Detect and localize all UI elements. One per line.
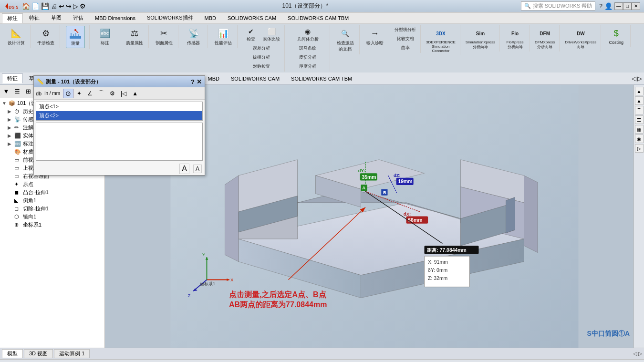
measure-item-1[interactable]: 顶点<1>: [36, 102, 202, 111]
measure-empty-area: [36, 123, 203, 161]
font-small-btn[interactable]: A: [193, 165, 202, 173]
restore-btn[interactable]: □: [623, 2, 632, 10]
tab-sw-cam-tbm[interactable]: SOLIDWORKS CAM TBM: [282, 14, 354, 22]
measure-options-btn[interactable]: ⚙: [107, 89, 117, 98]
filter-icon[interactable]: ▼: [1, 86, 11, 97]
btn-dfmxpress[interactable]: DFM DFMXpress分析向导: [533, 26, 556, 51]
mass-props-icon: ⚖: [128, 27, 141, 40]
tree-origin[interactable]: ✦ 原点: [1, 180, 104, 188]
measure-prev-btn[interactable]: |◁: [118, 89, 129, 98]
btn-annotation[interactable]: 🔤 标注: [95, 26, 114, 47]
close-btn[interactable]: ✕: [632, 2, 640, 10]
measure-dialog-icon: 📏: [37, 78, 44, 85]
minimize-btn[interactable]: —: [614, 2, 623, 10]
group-dfmxpress: DFM DFMXpress分析向导: [530, 25, 560, 52]
btn-measure[interactable]: 测量: [66, 26, 85, 48]
tab-3d-view[interactable]: 3D 视图: [24, 349, 53, 358]
btn-sym-check[interactable]: 对称检查: [242, 62, 280, 71]
svg-text:坐标系1: 坐标系1: [200, 281, 215, 286]
measure-item-2[interactable]: 顶点<2>: [36, 111, 202, 120]
group-interference: ⚙ 干涉检查: [31, 25, 60, 48]
measure-dialog: 📏 测量 - 101（设变部分） ? ✕ db in / mm ⊙ ✦ ∠ ⌒ …: [33, 75, 205, 176]
search-box[interactable]: 🔍 搜索 SOLIDWORKS 帮助: [521, 1, 596, 10]
user-icon[interactable]: 👤: [604, 2, 613, 10]
right-panel-btn-3[interactable]: T: [635, 106, 644, 114]
measure-angle-btn[interactable]: ∠: [85, 89, 95, 98]
tree-chamfer1[interactable]: ◣ 倒角1: [1, 197, 104, 205]
btn-curvature[interactable]: 曲率: [396, 44, 415, 52]
btn-floxpress[interactable]: Flo FloXpress分析向导: [505, 26, 525, 51]
btn-geom-analysis[interactable]: ◉ 几何体分析: [296, 26, 320, 43]
btn-interference[interactable]: ⚙ 干涉检查: [36, 26, 56, 47]
right-panel-btn-1[interactable]: ▲: [635, 87, 644, 95]
btn-error-analysis[interactable]: 误差分析: [242, 44, 280, 52]
tab-tezheng[interactable]: 特征: [24, 13, 45, 23]
viewport-control-2[interactable]: ▷: [637, 75, 642, 82]
tree-coord-sys1[interactable]: ⊕ 坐标系1: [1, 221, 104, 229]
tab-sw-cam-tbm2[interactable]: SOLIDWORKS CAM TBM: [286, 74, 357, 83]
svg-text:Z: Z: [188, 293, 191, 298]
dialog-help-btn[interactable]: ?: [191, 78, 195, 85]
btn-simulationxpress[interactable]: Sim SimulationXpress分析向导: [464, 26, 497, 51]
expand-all-btn[interactable]: ⊞: [23, 86, 33, 97]
tab-sw-cam[interactable]: SOLIDWORKS CAM: [222, 14, 281, 22]
toolbar-icons: 🏠 📄 💾 🖨 ↩ ↪ ▷ ⚙: [22, 2, 86, 10]
btn-design-calc[interactable]: 📐 设计计算: [6, 26, 26, 47]
btn-activate-check[interactable]: 🔍 检查激活的文档: [335, 26, 355, 53]
tab-features[interactable]: 特征: [2, 73, 23, 83]
tree-cut-extrude1[interactable]: ◻ 切除-拉伸1: [1, 205, 104, 213]
group-3dexperience: 3DX 3DEXPERIENCESimulationConnector: [422, 25, 460, 55]
measure-line-btn[interactable]: ✦: [74, 89, 84, 98]
group-section-props: ✂ 剖面属性: [150, 25, 178, 48]
3dexperience-icon: 3DX: [434, 27, 447, 40]
dialog-close-btn[interactable]: ✕: [197, 78, 202, 85]
btn-section-props[interactable]: ✂ 剖面属性: [154, 26, 174, 47]
btn-3dexperience[interactable]: 3DX 3DEXPERIENCESimulationConnector: [425, 26, 457, 54]
btn-perf-eval[interactable]: 📊 性能评估: [213, 26, 233, 47]
btn-driveworksxpress[interactable]: DW DriveWorksXpress向导: [563, 26, 598, 51]
tab-model[interactable]: 模型: [2, 349, 23, 358]
right-panel-btn-7[interactable]: ▷: [635, 144, 644, 153]
measure-point-btn[interactable]: ⊙: [63, 89, 73, 98]
tab-mbd-dimensions[interactable]: MBD Dimensions: [90, 14, 141, 22]
help-btn[interactable]: ?: [599, 3, 602, 10]
tab-caotu[interactable]: 草图: [46, 13, 67, 23]
tab-mbd[interactable]: MBD: [199, 14, 221, 22]
btn-mass-props[interactable]: ⚖ 质量属性: [125, 26, 145, 47]
tab-biaozhu[interactable]: 标注: [2, 13, 23, 23]
viewport-control-1[interactable]: ◁: [632, 75, 636, 82]
btn-solid-compare[interactable]: ⬜ 实体比较: [261, 26, 281, 43]
tree-boss-extrude1[interactable]: ◼ 凸台-拉伸1: [1, 188, 104, 197]
btn-undercut[interactable]: 庋切分析: [289, 53, 327, 62]
group-geom-analysis: ◉ 几何体分析 斑马条纹 庋切分析 厚度分析: [286, 25, 330, 72]
unit-toggle[interactable]: in / mm: [44, 91, 60, 96]
svg-point-8: [74, 29, 76, 31]
svg-text:B: B: [383, 190, 386, 195]
tree-mirror1[interactable]: ⬡ 镜向1: [1, 213, 104, 221]
btn-draft-analysis[interactable]: 拔模分析: [242, 53, 280, 62]
btn-thickness[interactable]: 厚度分析: [289, 62, 327, 71]
right-panel-btn-5[interactable]: ▦: [635, 125, 644, 134]
tab-mbd2[interactable]: MBD: [203, 74, 225, 83]
btn-sensors[interactable]: 📡 传感器: [184, 26, 203, 47]
tab-motion-1[interactable]: 运动算例 1: [54, 349, 90, 358]
tab-solidworks-plugins[interactable]: SOLIDWORKS插件: [142, 13, 198, 23]
right-panel-btn-4[interactable]: ☰: [635, 115, 644, 124]
tab-pinggu[interactable]: 评估: [68, 13, 89, 23]
btn-parting-line[interactable]: 分型线分析: [393, 26, 417, 34]
btn-input-diag[interactable]: → 输入诊断: [365, 26, 385, 47]
btn-check[interactable]: ✔ 检查: [241, 26, 260, 43]
tab-sw-cam2[interactable]: SOLIDWORKS CAM: [226, 74, 285, 83]
list-view-btn[interactable]: ☰: [12, 86, 22, 97]
ribbon-content: 📐 设计计算 ⚙ 干涉检查: [0, 24, 644, 72]
app-logo: DS SOLIDWORKS: [4, 2, 18, 10]
font-large-btn[interactable]: A: [179, 164, 189, 174]
btn-compare-docs[interactable]: 比较文档: [395, 35, 415, 43]
right-panel-btn-2[interactable]: ▲: [635, 96, 644, 105]
btn-zebra[interactable]: 斑马条纹: [289, 44, 327, 52]
measure-arc-btn[interactable]: ⌒: [96, 88, 106, 98]
btn-costing[interactable]: $ Costing: [607, 26, 626, 46]
measure-next-btn[interactable]: ▲: [130, 89, 140, 98]
svg-marker-15: [225, 176, 239, 262]
right-panel-btn-6[interactable]: ◉: [635, 134, 644, 143]
